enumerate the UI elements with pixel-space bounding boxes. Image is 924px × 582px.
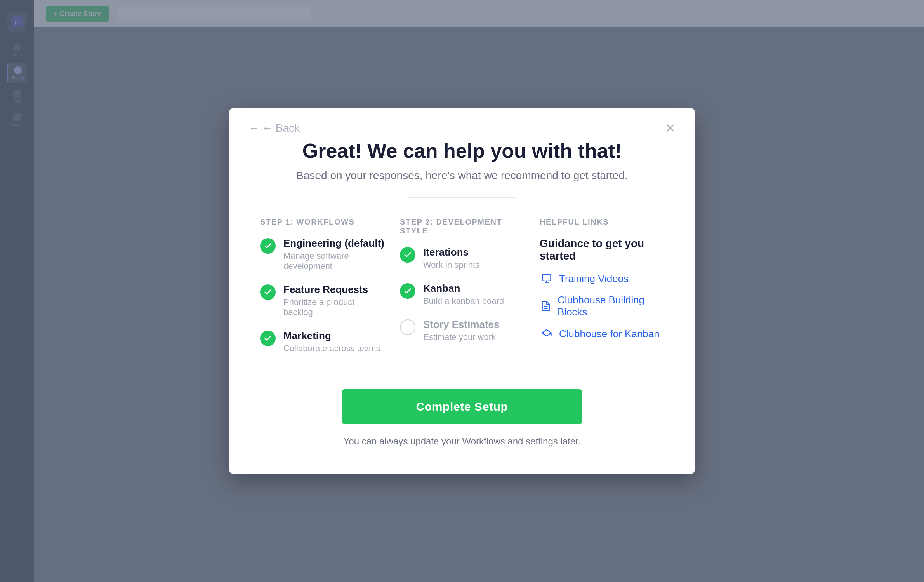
story-estimates-subtitle: Estimate your work <box>423 332 500 342</box>
training-videos-icon <box>540 272 554 286</box>
helpful-links-column: HELPFUL LINKS Guidance to get you starte… <box>540 218 664 366</box>
check-icon-iterations <box>400 247 415 263</box>
modal-subtitle: Based on your responses, here's what we … <box>260 169 664 182</box>
engineering-title: Engineering (default) <box>283 237 384 249</box>
building-blocks-icon <box>540 299 552 313</box>
modal-columns: STEP 1: WORKFLOWS Engineering (default) … <box>260 218 664 366</box>
kanban-title: Kanban <box>423 282 504 294</box>
back-arrow-icon: ← <box>248 122 259 134</box>
marketing-title: Marketing <box>283 330 380 342</box>
back-button[interactable]: ← ← Back <box>248 122 300 134</box>
feature-requests-text: Feature Requests Prioritize a product ba… <box>283 284 384 317</box>
check-icon-kanban <box>400 283 415 299</box>
workflow-item-iterations: Iterations Work in sprints <box>400 246 524 270</box>
workflow-item-kanban: Kanban Build a kanban board <box>400 282 524 306</box>
svg-rect-2 <box>543 275 551 281</box>
helpful-links-label: HELPFUL LINKS <box>540 218 664 227</box>
modal-title: Great! We can help you with that! <box>260 139 664 162</box>
link-kanban[interactable]: Clubhouse for Kanban <box>540 327 664 341</box>
kanban-link-label: Clubhouse for Kanban <box>559 328 660 340</box>
story-estimates-title: Story Estimates <box>423 319 500 331</box>
engineering-text: Engineering (default) Manage software de… <box>283 237 384 271</box>
close-icon: ✕ <box>665 121 676 135</box>
iterations-subtitle: Work in sprints <box>423 260 479 270</box>
step2-column: STEP 2: DEVELOPMENT STYLE Iterations Wor… <box>400 218 540 366</box>
unchecked-icon-story-estimates <box>400 319 415 335</box>
kanban-subtitle: Build a kanban board <box>423 296 504 306</box>
iterations-title: Iterations <box>423 246 479 258</box>
setup-modal: ← ← Back ✕ Great! We can help you with t… <box>229 108 695 474</box>
story-estimates-text: Story Estimates Estimate your work <box>423 319 500 342</box>
iterations-text: Iterations Work in sprints <box>423 246 479 270</box>
feature-requests-subtitle: Prioritize a product backlog <box>283 297 384 317</box>
link-building-blocks[interactable]: Clubhouse Building Blocks <box>540 294 664 318</box>
guidance-text: Guidance to get you started <box>540 237 664 262</box>
marketing-text: Marketing Collaborate across teams <box>283 330 380 354</box>
check-icon-feature-requests <box>260 284 276 300</box>
workflow-item-marketing: Marketing Collaborate across teams <box>260 330 384 354</box>
back-label: ← Back <box>262 122 300 134</box>
complete-setup-button[interactable]: Complete Setup <box>342 389 582 424</box>
workflow-item-story-estimates: Story Estimates Estimate your work <box>400 319 524 342</box>
feature-requests-title: Feature Requests <box>283 284 384 296</box>
close-button[interactable]: ✕ <box>665 122 676 134</box>
marketing-subtitle: Collaborate across teams <box>283 343 380 354</box>
workflow-item-engineering: Engineering (default) Manage software de… <box>260 237 384 271</box>
step2-label: STEP 2: DEVELOPMENT STYLE <box>400 218 524 235</box>
step1-label: STEP 1: WORKFLOWS <box>260 218 384 227</box>
check-icon-engineering <box>260 238 276 254</box>
step1-column: STEP 1: WORKFLOWS Engineering (default) … <box>260 218 400 366</box>
link-training-videos[interactable]: Training Videos <box>540 272 664 286</box>
footer-text: You can always update your Workflows and… <box>260 436 664 447</box>
kanban-link-icon <box>540 327 554 341</box>
workflow-item-feature-requests: Feature Requests Prioritize a product ba… <box>260 284 384 317</box>
divider <box>408 197 516 198</box>
engineering-subtitle: Manage software development <box>283 251 384 271</box>
check-icon-marketing <box>260 331 276 346</box>
building-blocks-label: Clubhouse Building Blocks <box>558 294 664 318</box>
training-videos-label: Training Videos <box>559 273 629 285</box>
kanban-text: Kanban Build a kanban board <box>423 282 504 306</box>
